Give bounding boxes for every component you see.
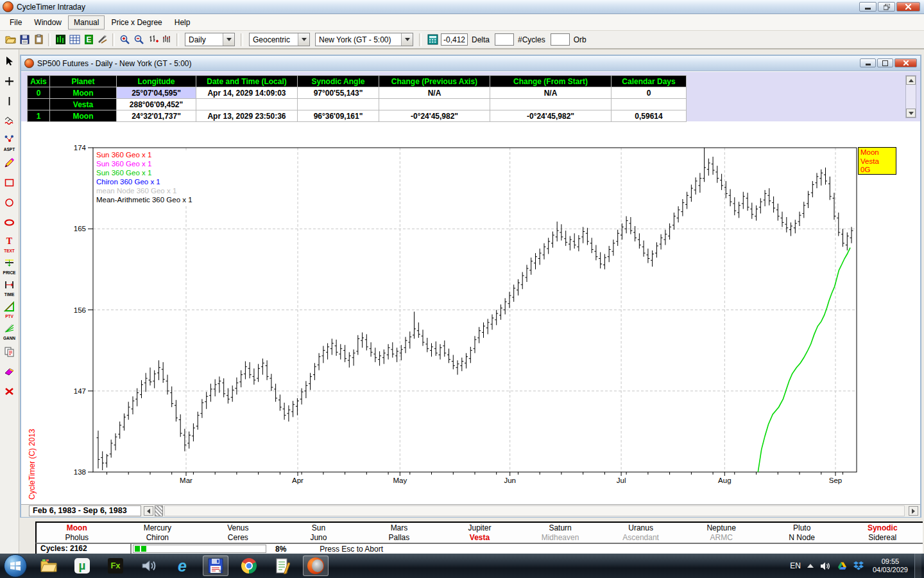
column-header[interactable]: Axis — [28, 76, 50, 87]
planet-secondary[interactable]: ARMC — [681, 533, 762, 543]
tool-time[interactable]: TIME — [1, 279, 19, 297]
zoom-in-button[interactable] — [117, 33, 132, 47]
tool-waves[interactable] — [1, 114, 19, 130]
planet-secondary[interactable]: Pallas — [359, 533, 440, 543]
grid-button[interactable] — [67, 33, 81, 47]
show-desktop-button[interactable] — [914, 554, 921, 578]
tool-aspect[interactable]: ASPT — [1, 134, 19, 152]
menu-file[interactable]: File — [4, 15, 28, 30]
column-header[interactable]: Longitude — [117, 76, 196, 87]
child-maximize-button[interactable] — [877, 58, 893, 67]
scroll-down-button[interactable] — [906, 109, 916, 118]
timezone-dropdown[interactable]: New York (GT - 5:00) — [315, 33, 413, 46]
taskbar-app-internet-explorer[interactable]: e — [169, 556, 195, 576]
gdrive-icon[interactable] — [837, 561, 847, 570]
taskbar-app-explorer[interactable] — [36, 556, 62, 576]
cell-planet[interactable]: Vesta — [50, 99, 117, 110]
chart-annotation-box[interactable]: MoonVesta0G — [858, 147, 896, 175]
planet-column-moon[interactable]: MoonPholus — [37, 523, 117, 543]
column-header[interactable]: Change (Previous Axis) — [379, 76, 490, 87]
table-row[interactable]: 0Moon25°07'04,595"Apr 14, 2029 14:09:039… — [28, 87, 687, 99]
dropbox-icon[interactable] — [853, 561, 864, 570]
table-scrollbar[interactable] — [905, 75, 916, 118]
calculator-icon[interactable] — [425, 33, 440, 47]
tool-delete[interactable] — [1, 385, 19, 400]
cell-axis[interactable]: 1 — [28, 110, 50, 122]
cell-longitude[interactable]: 24°32'01,737" — [117, 110, 196, 122]
column-header[interactable]: Synodic Angle — [298, 76, 379, 87]
scroll-left-button[interactable] — [144, 506, 153, 516]
tool-copy[interactable] — [1, 345, 19, 360]
chevron-down-icon[interactable] — [401, 33, 413, 46]
cell-days[interactable]: 0,59614 — [612, 110, 687, 122]
planet-column-saturn[interactable]: SaturnMidheaven — [520, 523, 601, 543]
cell-longitude[interactable]: 25°07'04,595" — [117, 87, 196, 99]
bars-dense-button[interactable] — [160, 33, 174, 47]
planet-primary[interactable]: Mars — [359, 523, 440, 533]
chart-window-titlebar[interactable]: SP500 Futures - Daily - New York (GT - 5… — [21, 56, 920, 71]
tool-circle[interactable] — [1, 196, 19, 211]
column-header[interactable]: Date and Time (Local) — [196, 76, 298, 87]
planet-secondary[interactable]: N Node — [762, 533, 843, 543]
table-row[interactable]: 1Moon24°32'01,737"Apr 13, 2029 23:50:369… — [28, 110, 687, 122]
tool-text[interactable]: TTEXT — [1, 236, 19, 253]
cell-days[interactable]: 0 — [612, 87, 687, 99]
start-button[interactable] — [4, 554, 27, 577]
planet-primary[interactable]: Neptune — [681, 523, 762, 533]
taskbar-clock[interactable]: 09:55 04/03/2029 — [873, 557, 908, 574]
cell-change_prev[interactable]: -0°24'45,982" — [379, 110, 490, 122]
tools-button[interactable] — [96, 33, 110, 47]
close-button[interactable] — [896, 2, 920, 12]
planet-secondary[interactable]: Vesta — [440, 533, 520, 543]
tool-vertical-line[interactable] — [1, 94, 19, 110]
cell-synodic[interactable]: 96°36'09,161" — [298, 110, 379, 122]
paste-button[interactable] — [31, 33, 46, 47]
menu-price-x-degree[interactable]: Price x Degree — [105, 15, 167, 30]
planet-secondary[interactable]: Ascendant — [601, 533, 681, 543]
tool-price[interactable]: PRICE — [1, 258, 19, 275]
zoom-out-button[interactable] — [132, 33, 146, 47]
planet-primary[interactable]: Uranus — [601, 523, 681, 533]
chevron-down-icon[interactable] — [223, 33, 234, 46]
tool-crosshair[interactable] — [1, 74, 19, 90]
planet-column-sun[interactable]: SunJuno — [278, 523, 359, 543]
cell-change_prev[interactable] — [379, 99, 490, 110]
planet-column-mars[interactable]: MarsPallas — [359, 523, 440, 543]
menu-manual[interactable]: Manual — [68, 15, 105, 30]
taskbar-app-fx-trader[interactable]: Fx — [103, 556, 128, 576]
planet-primary[interactable]: Jupiter — [440, 523, 520, 533]
child-minimize-button[interactable] — [860, 58, 876, 67]
save-button[interactable] — [17, 33, 31, 47]
planet-secondary[interactable]: Midheaven — [520, 533, 601, 543]
planet-column-jupiter[interactable]: JupiterVesta — [440, 523, 520, 543]
chevron-down-icon[interactable] — [298, 33, 309, 46]
bars-add-button[interactable] — [146, 33, 160, 47]
cell-datetime[interactable]: Apr 14, 2029 14:09:03 — [196, 87, 298, 99]
planet-column-uranus[interactable]: UranusAscendant — [601, 523, 681, 543]
price-chart-pane[interactable]: 138147156165174MarAprMayJunJulAugSep Sun… — [21, 122, 920, 504]
planet-column-venus[interactable]: VenusCeres — [198, 523, 278, 543]
cell-synodic[interactable] — [298, 99, 379, 110]
planet-primary[interactable]: Pluto — [762, 523, 843, 533]
cell-planet[interactable]: Moon — [50, 87, 117, 99]
table-row[interactable]: Vesta288°06'09,452" — [28, 99, 687, 110]
period-dropdown[interactable]: Daily — [185, 33, 235, 46]
cell-axis[interactable]: 0 — [28, 87, 50, 99]
menu-window[interactable]: Window — [28, 15, 67, 30]
planet-primary[interactable]: Venus — [198, 523, 278, 533]
planet-secondary[interactable]: Juno — [278, 533, 359, 543]
tool-pointer[interactable] — [1, 55, 19, 70]
cell-change_start[interactable]: N/A — [490, 87, 612, 99]
planet-primary[interactable]: Mercury — [117, 523, 198, 533]
planet-column-synodic[interactable]: SynodicSidereal — [842, 523, 923, 543]
planet-secondary[interactable]: Pholus — [37, 533, 117, 543]
volume-icon[interactable] — [820, 561, 831, 571]
minimize-button[interactable] — [859, 2, 877, 12]
planet-column-neptune[interactable]: NeptuneARMC — [681, 523, 762, 543]
cell-planet[interactable]: Moon — [50, 110, 117, 122]
zodiac-dropdown[interactable]: Geocentric — [249, 33, 310, 46]
menu-help[interactable]: Help — [169, 15, 196, 30]
taskbar-app-notes[interactable] — [270, 556, 295, 576]
planet-secondary[interactable]: Sidereal — [842, 533, 923, 543]
cell-longitude[interactable]: 288°06'09,452" — [117, 99, 196, 110]
